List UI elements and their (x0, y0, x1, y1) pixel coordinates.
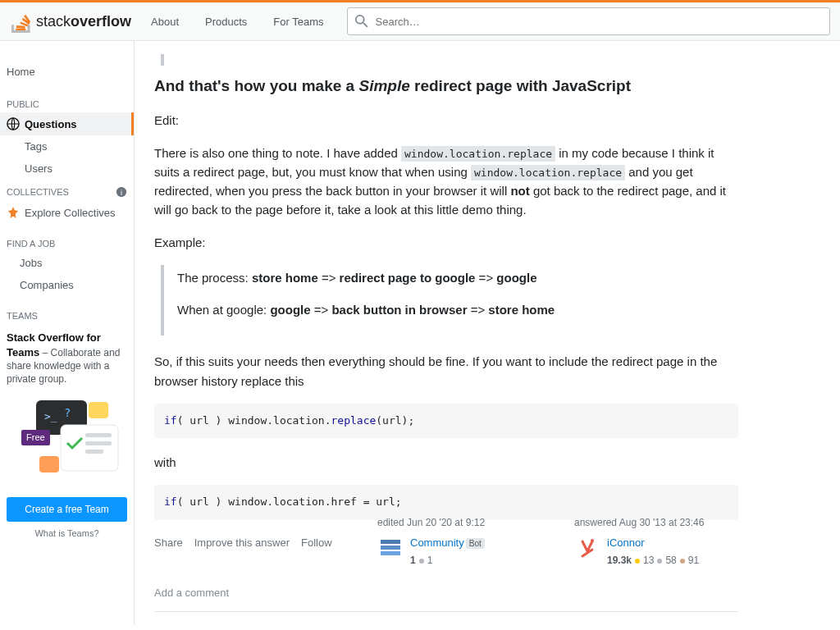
free-badge: Free (21, 430, 50, 445)
answered-when: answered Aug 30 '13 at 23:46 (574, 515, 738, 531)
silver-dot-icon (657, 559, 662, 564)
sidebar-jobs[interactable]: Jobs (0, 252, 134, 274)
author-rep: 19.3k 13 58 91 (607, 553, 699, 568)
user-avatar-icon (574, 535, 600, 561)
sidebar-heading-teams: TEAMS (0, 304, 134, 324)
answer-heading: And that's how you make a Simple redirec… (154, 74, 738, 98)
editor-rep: 1 1 (410, 553, 485, 568)
sidebar: Home PUBLIC Questions Tags Users COLLECT… (0, 41, 135, 625)
topbar: stackoverflow About Products For Teams (0, 0, 840, 41)
sidebar-explore-collectives[interactable]: Explore Collectives (0, 201, 134, 224)
with-label: with (154, 453, 738, 472)
sidebar-tags[interactable]: Tags (0, 135, 134, 158)
sidebar-home[interactable]: Home (0, 61, 134, 83)
search-input[interactable] (347, 7, 831, 35)
svg-rect-16 (574, 535, 600, 561)
answer-body: And that's how you make a Simple redirec… (154, 54, 738, 612)
svg-rect-6 (89, 402, 108, 418)
bronze-dot-icon (680, 559, 685, 564)
starburst-icon (7, 206, 20, 219)
svg-rect-8 (85, 433, 112, 437)
nav-for-teams[interactable]: For Teams (273, 16, 323, 28)
nav-products[interactable]: Products (205, 16, 247, 28)
sidebar-users[interactable]: Users (0, 158, 134, 180)
svg-rect-7 (61, 425, 118, 471)
sidebar-heading-collectives: COLLECTIVES (7, 187, 69, 197)
edited-signature: edited Jun 20 '20 at 9:12 CommunityBot 1… (377, 515, 541, 568)
svg-rect-11 (39, 456, 59, 472)
info-icon[interactable]: i (116, 186, 127, 198)
follow-link[interactable]: Follow (301, 535, 332, 551)
svg-text:>_: >_ (44, 410, 57, 422)
svg-point-17 (591, 539, 594, 542)
example-label: Example: (154, 233, 738, 252)
inline-code: window.location.replace (471, 165, 625, 180)
add-comment-link[interactable]: Add a comment (154, 578, 738, 612)
container: Home PUBLIC Questions Tags Users COLLECT… (0, 41, 840, 625)
answer-para-2: So, if this suits your needs then everyt… (154, 352, 738, 390)
logo-text: stackoverflow (36, 13, 131, 30)
teams-promo: Stack Overflow for Teams – Collaborate a… (0, 324, 134, 497)
search-icon (355, 15, 368, 28)
community-avatar-icon (377, 535, 404, 561)
editor-name[interactable]: Community (410, 536, 464, 549)
nav-links: About Products For Teams (151, 16, 323, 28)
sidebar-heading-findjob: FIND A JOB (0, 232, 134, 252)
code-block-1: if( url ) window.location.replace(url); (154, 404, 738, 438)
teams-illustration: >_ ? Free (7, 395, 127, 477)
gold-dot-icon (635, 559, 640, 564)
edited-when[interactable]: edited Jun 20 '20 at 9:12 (377, 515, 541, 531)
answered-signature: answered Aug 30 '13 at 23:46 iConnor 19.… (574, 515, 738, 568)
improve-link[interactable]: Improve this answer (194, 535, 290, 551)
logo[interactable]: stackoverflow (10, 10, 131, 33)
sidebar-explore-label: Explore Collectives (25, 207, 116, 219)
author-name[interactable]: iConnor (607, 536, 645, 549)
svg-rect-14 (381, 546, 400, 550)
collectives-heading-row: COLLECTIVES i (0, 180, 134, 201)
create-team-button[interactable]: Create a free Team (7, 497, 127, 522)
blockquote-fragment (161, 54, 738, 66)
search-wrap (347, 7, 831, 35)
svg-text:?: ? (64, 406, 71, 419)
edit-label: Edit: (154, 111, 738, 130)
inline-code: window.location.replace (401, 146, 555, 162)
answer-para-1: There is also one thing to note. I have … (154, 144, 738, 220)
svg-rect-10 (85, 450, 103, 454)
svg-rect-15 (381, 551, 400, 555)
main-content: And that's how you make a Simple redirec… (135, 41, 758, 625)
svg-rect-9 (85, 441, 112, 445)
what-is-teams-link[interactable]: What is Teams? (0, 522, 134, 545)
svg-text:i: i (121, 189, 122, 197)
share-link[interactable]: Share (154, 535, 183, 551)
example-blockquote: The process: store home => redirect page… (161, 265, 738, 336)
sidebar-questions-label: Questions (25, 118, 77, 130)
nav-about[interactable]: About (151, 16, 179, 28)
stackoverflow-logo-icon (10, 10, 33, 33)
svg-rect-13 (381, 540, 400, 544)
bot-badge: Bot (466, 538, 485, 549)
sidebar-heading-public: PUBLIC (0, 93, 134, 112)
globe-icon (7, 117, 20, 130)
silver-dot-icon (419, 559, 424, 564)
sidebar-companies[interactable]: Companies (0, 274, 134, 296)
sidebar-questions[interactable]: Questions (0, 112, 134, 135)
